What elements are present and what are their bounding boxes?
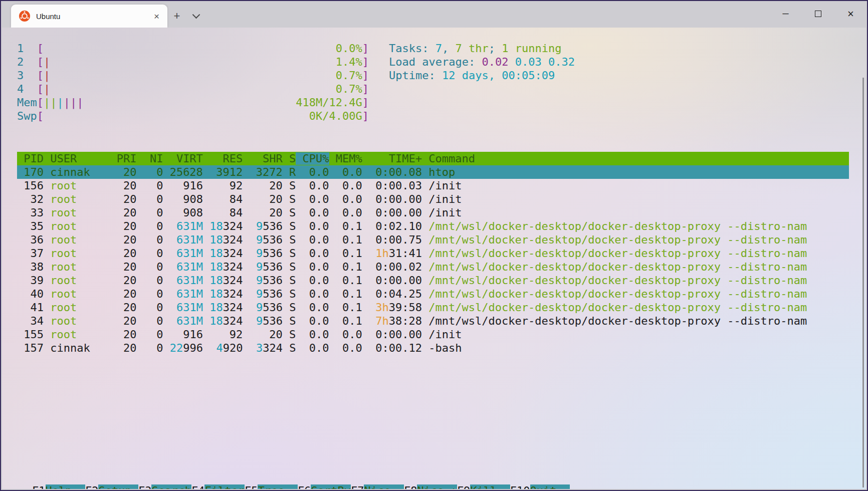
maximize-button[interactable] — [802, 1, 834, 27]
chevron-down-icon — [192, 11, 200, 19]
maximize-icon — [815, 11, 821, 17]
terminal-screen[interactable]: 1 [0.0%]2 [|1.4%]3 [|0.7%]4 [|0.7%]Mem[|… — [2, 28, 866, 489]
fkey-f4[interactable]: F4Filter — [191, 484, 245, 489]
cpu2-meter: 2 [|1.4%] — [17, 55, 369, 69]
process-row[interactable]: 156 root 20 0 916 92 20 S 0.0 0.0 0:00.0… — [17, 179, 849, 192]
process-row[interactable]: 39 root 20 0 631M 18324 9536 S 0.0 0.1 0… — [17, 274, 849, 287]
tasks-line: Tasks: 7, 7 thr; 1 running — [389, 42, 849, 55]
fkey-f3[interactable]: F3Search — [138, 484, 191, 489]
app-window: Ubuntu × + ─ × 1 [0.0%]2 [|1.4%]3 [|0.7%… — [0, 0, 868, 491]
fkey-f2[interactable]: F2Setup — [85, 484, 138, 489]
fkey-f9[interactable]: F9Kill — [457, 484, 510, 489]
scrollbar[interactable] — [862, 78, 864, 487]
mem-meter: Mem[||||||418M/12.4G] — [17, 96, 369, 109]
htop-app: 1 [0.0%]2 [|1.4%]3 [|0.7%]4 [|0.7%]Mem[|… — [17, 42, 849, 355]
process-row[interactable]: 35 root 20 0 631M 18324 9536 S 0.0 0.1 0… — [17, 219, 849, 233]
fkey-f10[interactable]: F10Quit — [510, 484, 570, 489]
new-tab-button[interactable]: + — [167, 5, 186, 28]
process-table-header[interactable]: PID USER PRI NI VIRT RES SHR S CPU% MEM%… — [17, 152, 849, 165]
fkey-f8[interactable]: F8Nice + — [404, 484, 457, 489]
process-row[interactable]: 38 root 20 0 631M 18324 9536 S 0.0 0.1 0… — [17, 260, 849, 274]
uptime-line: Uptime: 12 days, 00:05:09 — [389, 69, 849, 82]
process-row[interactable]: 40 root 20 0 631M 18324 9536 S 0.0 0.1 0… — [17, 287, 849, 301]
process-row[interactable]: 36 root 20 0 631M 18324 9536 S 0.0 0.1 0… — [17, 233, 849, 247]
cpu1-meter: 1 [0.0%] — [17, 42, 369, 55]
tab-dropdown-button[interactable] — [186, 5, 205, 28]
fkey-f1[interactable]: F1Help — [32, 484, 85, 489]
title-bar[interactable]: Ubuntu × + ─ × — [1, 1, 867, 28]
tab-close-icon[interactable]: × — [152, 12, 161, 21]
process-row[interactable]: 33 root 20 0 908 84 20 S 0.0 0.0 0:00.00… — [17, 206, 849, 219]
function-key-bar: F1Help F2Setup F3SearchF4FilterF5Tree F6… — [32, 484, 570, 489]
process-row[interactable]: 34 root 20 0 631M 18324 9536 S 0.0 0.1 7… — [17, 314, 849, 328]
load-average-line: Load average: 0.02 0.03 0.32 — [389, 55, 849, 69]
tab-ubuntu[interactable]: Ubuntu × — [11, 5, 167, 28]
process-table: PID USER PRI NI VIRT RES SHR S CPU% MEM%… — [17, 152, 849, 355]
close-button[interactable]: × — [834, 1, 867, 27]
process-row[interactable]: 170 cinnak 20 0 25628 3912 3272 R 0.0 0.… — [17, 165, 849, 179]
minimize-button[interactable]: ─ — [769, 1, 802, 27]
fkey-f5[interactable]: F5Tree — [245, 484, 298, 489]
process-row[interactable]: 41 root 20 0 631M 18324 9536 S 0.0 0.1 3… — [17, 301, 849, 314]
process-row[interactable]: 157 cinnak 20 0 22996 4920 3324 S 0.0 0.… — [17, 341, 849, 355]
fkey-f6[interactable]: F6SortBy — [298, 484, 351, 489]
system-info: Tasks: 7, 7 thr; 1 runningLoad average: … — [371, 42, 849, 123]
window-controls: ─ × — [769, 1, 867, 27]
process-row[interactable]: 32 root 20 0 908 84 20 S 0.0 0.0 0:00.00… — [17, 192, 849, 206]
fkey-f7[interactable]: F7Nice - — [351, 484, 404, 489]
ubuntu-logo-icon — [19, 11, 30, 22]
cpu3-meter: 3 [|0.7%] — [17, 69, 369, 82]
tab-title: Ubuntu — [36, 12, 152, 21]
cpu4-meter: 4 [|0.7%] — [17, 82, 369, 96]
process-rows: 170 cinnak 20 0 25628 3912 3272 R 0.0 0.… — [17, 165, 849, 355]
swp-meter: Swp[0K/4.00G] — [17, 109, 369, 123]
cpu-memory-meters: 1 [0.0%]2 [|1.4%]3 [|0.7%]4 [|0.7%]Mem[|… — [17, 42, 371, 123]
process-row[interactable]: 37 root 20 0 631M 18324 9536 S 0.0 0.1 1… — [17, 247, 849, 260]
process-row[interactable]: 155 root 20 0 916 92 20 S 0.0 0.0 0:00.0… — [17, 328, 849, 341]
